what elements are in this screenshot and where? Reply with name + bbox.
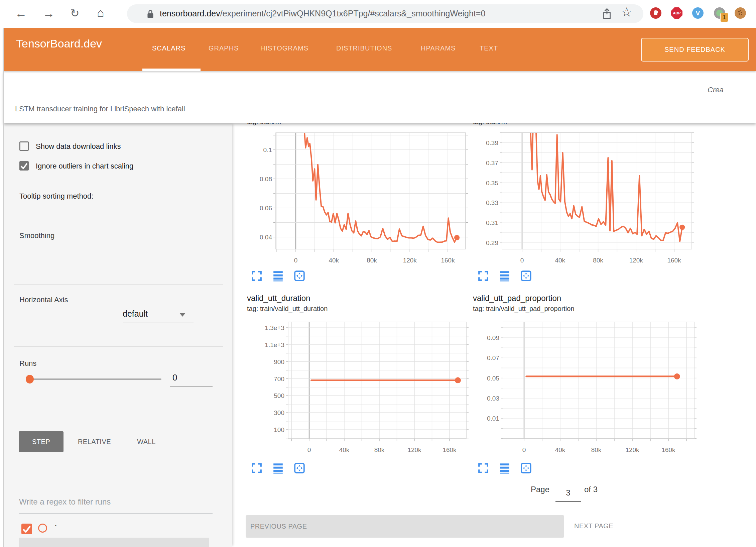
svg-text:500: 500 [274, 392, 284, 399]
tab-scalars[interactable]: SCALARS [152, 44, 185, 52]
show-download-links-checkbox[interactable] [19, 141, 29, 151]
data-lines-icon[interactable] [499, 462, 511, 474]
chart-title: valid_utt_duration [247, 294, 310, 303]
scalar-chart-top-left[interactable]: 0.10.080.060.04040k80k120k160k [246, 127, 470, 269]
svg-text:0.01: 0.01 [487, 415, 499, 422]
cookie-icon[interactable] [735, 7, 746, 19]
axis-step-button[interactable]: STEP [19, 431, 64, 452]
fit-domain-icon[interactable] [520, 462, 532, 474]
svg-text:160k: 160k [441, 257, 455, 264]
adblock-hand-icon[interactable] [650, 7, 661, 19]
data-lines-icon[interactable] [499, 270, 511, 282]
svg-text:0.04: 0.04 [260, 234, 272, 241]
svg-text:0.07: 0.07 [487, 354, 499, 361]
expand-icon[interactable] [251, 462, 263, 474]
dropdown-underline [123, 323, 194, 323]
runs-label: Runs [19, 359, 36, 368]
previous-page-button[interactable]: PREVIOUS PAGE [246, 515, 564, 538]
lock-icon [146, 9, 154, 19]
run-color-circle[interactable] [38, 524, 47, 533]
abp-icon[interactable]: ABP [671, 7, 682, 19]
share-icon[interactable] [602, 8, 612, 20]
abp-label: ABP [673, 11, 680, 15]
runs-filter-input[interactable] [18, 497, 214, 507]
smoothing-slider-handle[interactable] [26, 375, 34, 384]
scalar-chart-valid-utt-duration[interactable]: 1.3e+31.1e+3900700500300100040k80k120k16… [246, 318, 470, 459]
smoothing-value[interactable]: 0 [170, 372, 213, 383]
svg-text:900: 900 [274, 358, 284, 365]
experiment-info-bar: Crea LSTM transducer training for LibriS… [4, 71, 756, 123]
scalar-chart-valid-utt-pad-proportion[interactable]: 0.090.070.050.030.01040k80k120k160k [472, 318, 697, 459]
page-number-input[interactable] [555, 485, 581, 502]
ignore-outliers-checkbox[interactable] [19, 161, 29, 171]
svg-text:0.31: 0.31 [486, 219, 498, 226]
svg-text:0.09: 0.09 [487, 334, 499, 341]
svg-text:160k: 160k [667, 257, 681, 264]
svg-text:80k: 80k [591, 446, 602, 453]
svg-text:100: 100 [274, 426, 284, 433]
tooltip-sorting-dropdown[interactable]: default [123, 309, 148, 319]
divider [14, 219, 223, 219]
chart-tag: tag: train/valid_utt_duration [247, 305, 328, 313]
back-icon[interactable]: ← [15, 7, 27, 20]
chevron-down-icon[interactable] [179, 313, 185, 317]
svg-text:80k: 80k [374, 446, 385, 453]
reload-icon[interactable]: ↻ [70, 7, 80, 20]
run-checkbox[interactable] [21, 524, 32, 534]
next-page-button[interactable]: NEXT PAGE [574, 522, 613, 530]
axis-wall-button[interactable]: WALL [128, 431, 165, 452]
svg-text:300: 300 [274, 409, 284, 416]
chart-actions [477, 462, 532, 474]
svg-text:0.35: 0.35 [486, 180, 498, 187]
svg-text:0.29: 0.29 [486, 239, 498, 246]
svg-text:0.05: 0.05 [487, 375, 499, 382]
svg-text:40k: 40k [555, 446, 565, 453]
expand-icon[interactable] [251, 270, 263, 282]
home-icon[interactable]: ⌂ [97, 6, 104, 19]
expand-icon[interactable] [477, 462, 489, 474]
send-feedback-button[interactable]: SEND FEEDBACK [641, 38, 749, 62]
svg-text:40k: 40k [329, 257, 339, 264]
fit-domain-icon[interactable] [520, 270, 532, 282]
svg-text:0: 0 [520, 257, 524, 264]
svg-text:0.03: 0.03 [487, 395, 499, 402]
smoothing-value-underline [170, 387, 213, 387]
fit-domain-icon[interactable] [293, 270, 305, 282]
forward-icon[interactable]: → [43, 7, 55, 20]
svg-text:160k: 160k [443, 446, 457, 453]
svg-text:160k: 160k [661, 446, 675, 453]
svg-text:40k: 40k [555, 257, 565, 264]
settings-sidebar: Show data download links Ignore outliers… [4, 123, 232, 547]
chart-actions [251, 462, 305, 474]
fit-domain-icon[interactable] [293, 462, 305, 474]
url-host: tensorboard.dev [160, 9, 220, 18]
url-text[interactable]: tensorboard.dev/experiment/cj2vtPiwQHKN9… [160, 9, 485, 18]
tab-text[interactable]: TEXT [480, 44, 498, 52]
show-download-links-label: Show data download links [36, 142, 121, 151]
data-lines-icon[interactable] [272, 270, 284, 282]
smoothing-label: Smoothing [19, 231, 54, 240]
expand-icon[interactable] [477, 270, 489, 282]
svg-text:120k: 120k [625, 446, 639, 453]
tab-histograms[interactable]: HISTOGRAMS [260, 44, 308, 52]
toggle-all-runs-button[interactable]: TOGGLE ALL RUNS [19, 538, 209, 547]
v-label: V [696, 9, 700, 17]
svg-text:0.39: 0.39 [486, 139, 498, 146]
scalar-chart-top-right[interactable]: 0.390.370.350.330.310.29040k80k120k160k [472, 127, 697, 269]
run-name-label: . [54, 518, 57, 528]
svg-text:700: 700 [274, 375, 284, 382]
page-of-label: of 3 [584, 485, 598, 494]
tooltip-sorting-label: Tooltip sorting method: [19, 192, 93, 201]
svg-text:0: 0 [294, 257, 298, 264]
data-lines-icon[interactable] [272, 462, 284, 474]
tab-hparams[interactable]: HPARAMS [421, 44, 456, 52]
tab-distributions[interactable]: DISTRIBUTIONS [336, 44, 392, 52]
axis-relative-button[interactable]: RELATIVE [69, 431, 120, 452]
svg-text:0.08: 0.08 [260, 176, 272, 183]
active-tab-underline [142, 69, 201, 71]
tab-graphs[interactable]: GRAPHS [209, 44, 239, 52]
smoothing-slider-track[interactable] [29, 378, 161, 380]
bookmark-star-icon[interactable]: ☆ [621, 5, 632, 19]
v-extension-icon[interactable]: V [692, 7, 704, 19]
browser-chrome: ← → ↻ ⌂ tensorboard.dev/experiment/cj2vt… [0, 0, 756, 28]
